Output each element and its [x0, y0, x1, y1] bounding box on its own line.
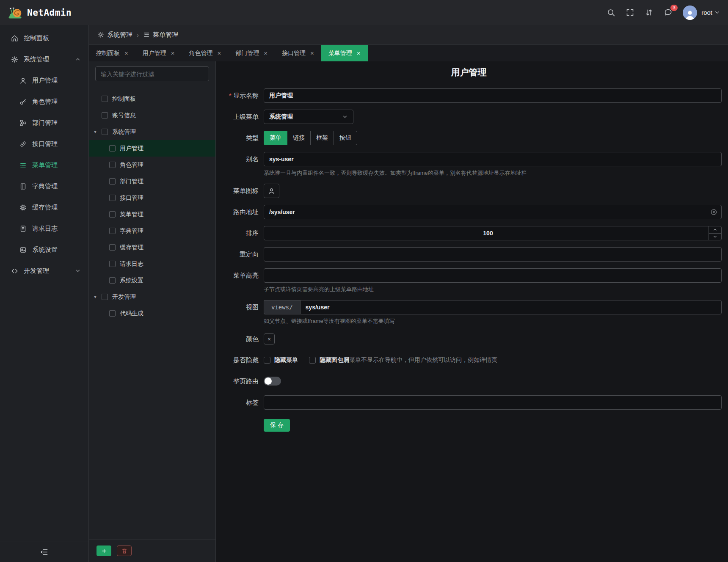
sidebar-item-dashboard[interactable]: 控制面板: [0, 28, 88, 49]
sidebar-item-roles[interactable]: 角色管理: [0, 91, 88, 112]
sidebar-item-label: 菜单管理: [32, 161, 58, 169]
full-page-route-toggle[interactable]: [264, 377, 281, 386]
checkbox[interactable]: [109, 244, 116, 251]
checkbox[interactable]: [102, 129, 108, 135]
breadcrumb-item-menus[interactable]: 菜单管理: [143, 31, 178, 39]
tree-node-dictionary[interactable]: 字典管理: [89, 223, 215, 239]
menu-icon-picker[interactable]: [264, 184, 279, 198]
sidebar-item-users[interactable]: 用户管理: [0, 70, 88, 91]
tree-node-api[interactable]: 接口管理: [89, 190, 215, 206]
sidebar-item-label: 开发管理: [24, 267, 49, 275]
type-option-button[interactable]: 按钮: [334, 131, 357, 145]
checkbox[interactable]: [102, 96, 108, 102]
tree-node-request-logs[interactable]: 请求日志: [89, 256, 215, 272]
redirect-input[interactable]: [264, 247, 722, 262]
close-icon[interactable]: ×: [357, 50, 361, 57]
sidebar-item-menus[interactable]: 菜单管理: [0, 154, 88, 176]
field-label: 排序: [216, 226, 259, 240]
collapse-sidebar-button[interactable]: [0, 542, 88, 562]
username[interactable]: root: [701, 9, 712, 16]
tab-menus[interactable]: 菜单管理×: [321, 45, 368, 61]
save-button[interactable]: 保 存: [264, 419, 290, 432]
tree-node-account[interactable]: 账号信息: [89, 107, 215, 124]
spinner-up-icon[interactable]: [709, 226, 721, 234]
tab-users[interactable]: 用户管理×: [135, 45, 182, 61]
checkbox[interactable]: [109, 261, 116, 267]
tree-node-dashboard[interactable]: 控制面板: [89, 91, 215, 107]
sidebar-item-departments[interactable]: 部门管理: [0, 112, 88, 133]
tab-roles[interactable]: 角色管理×: [182, 45, 229, 61]
tree-node-system[interactable]: ▼系统管理: [89, 124, 215, 140]
hide-breadcrumb-checkbox[interactable]: [309, 357, 316, 364]
tree-node-departments[interactable]: 部门管理: [89, 173, 215, 190]
tree-node-settings[interactable]: 系统设置: [89, 272, 215, 289]
tree-node-menus[interactable]: 菜单管理: [89, 206, 215, 223]
checkbox[interactable]: [109, 145, 116, 152]
display-name-input[interactable]: [264, 88, 722, 103]
avatar[interactable]: [683, 6, 697, 20]
tree-node-dev[interactable]: ▼开发管理: [89, 289, 215, 305]
type-option-link[interactable]: 链接: [287, 131, 311, 145]
view-path-input[interactable]: [300, 300, 722, 314]
checkbox[interactable]: [109, 310, 116, 317]
checkbox[interactable]: [109, 178, 116, 185]
tab-departments[interactable]: 部门管理×: [228, 45, 275, 61]
user-icon: [268, 187, 275, 195]
tree-node-cache[interactable]: 缓存管理: [89, 239, 215, 256]
sidebar-item-dictionary[interactable]: 字典管理: [0, 176, 88, 197]
tree-node-roles[interactable]: 角色管理: [89, 157, 215, 173]
toggle-knob: [265, 377, 272, 385]
clear-input-icon[interactable]: [710, 209, 717, 216]
alias-input[interactable]: [264, 152, 722, 166]
message-icon[interactable]: 3: [664, 8, 673, 17]
sidebar-item-api[interactable]: 接口管理: [0, 133, 88, 154]
tab-label: 用户管理: [143, 50, 166, 57]
sort-arrows-icon[interactable]: [645, 8, 654, 17]
sidebar-item-settings[interactable]: 系统设置: [0, 239, 88, 260]
close-icon[interactable]: ×: [310, 50, 314, 57]
breadcrumb-item-system[interactable]: 系统管理: [97, 31, 132, 39]
color-picker-button[interactable]: ×: [264, 333, 275, 344]
tab-dashboard[interactable]: 控制面板×: [89, 45, 135, 61]
tab-api[interactable]: 接口管理×: [275, 45, 321, 61]
checkbox[interactable]: [102, 294, 108, 300]
type-option-menu[interactable]: 菜单: [264, 131, 287, 145]
add-menu-button[interactable]: [97, 545, 111, 556]
close-icon[interactable]: ×: [124, 50, 128, 57]
menu-edit-form: 用户管理 显示名称 上级菜单 系统管理 类型: [216, 61, 728, 562]
menu-highlight-input[interactable]: [264, 268, 722, 283]
tree-node-codegen[interactable]: 代码生成: [89, 305, 215, 322]
route-path-input[interactable]: [264, 205, 722, 219]
caret-down-icon[interactable]: ▼: [93, 129, 102, 134]
search-icon[interactable]: [607, 8, 615, 17]
checkbox[interactable]: [109, 277, 116, 284]
tags-input[interactable]: [264, 395, 722, 410]
sidebar-item-dev[interactable]: 开发管理: [0, 260, 88, 281]
sidebar-item-cache[interactable]: 缓存管理: [0, 197, 88, 218]
chevron-down-icon[interactable]: [714, 9, 720, 16]
form-title: 用户管理: [216, 66, 722, 78]
snail-logo: [8, 5, 23, 20]
spinner-down-icon[interactable]: [709, 234, 721, 240]
caret-down-icon[interactable]: ▼: [93, 295, 102, 299]
sidebar-item-system[interactable]: 系统管理: [0, 49, 88, 70]
type-option-iframe[interactable]: 框架: [311, 131, 334, 145]
sort-number-input[interactable]: [264, 226, 722, 240]
checkbox[interactable]: [102, 112, 108, 118]
fullscreen-icon[interactable]: [626, 8, 634, 17]
tree-node-users[interactable]: 用户管理: [89, 140, 215, 157]
checkbox[interactable]: [109, 211, 116, 218]
close-icon[interactable]: ×: [218, 50, 221, 57]
close-icon[interactable]: ×: [171, 50, 175, 57]
delete-menu-button[interactable]: [117, 545, 132, 556]
sidebar-item-request-logs[interactable]: 请求日志: [0, 218, 88, 239]
tree-node-label: 开发管理: [112, 293, 136, 301]
tree-filter-input[interactable]: [95, 66, 209, 81]
checkbox[interactable]: [109, 162, 116, 168]
parent-menu-select[interactable]: 系统管理: [264, 110, 353, 124]
checkbox[interactable]: [109, 195, 116, 201]
close-icon[interactable]: ×: [264, 50, 267, 57]
hide-menu-checkbox[interactable]: [264, 357, 270, 364]
checkbox[interactable]: [109, 228, 116, 234]
sidebar-item-label: 用户管理: [32, 77, 58, 85]
